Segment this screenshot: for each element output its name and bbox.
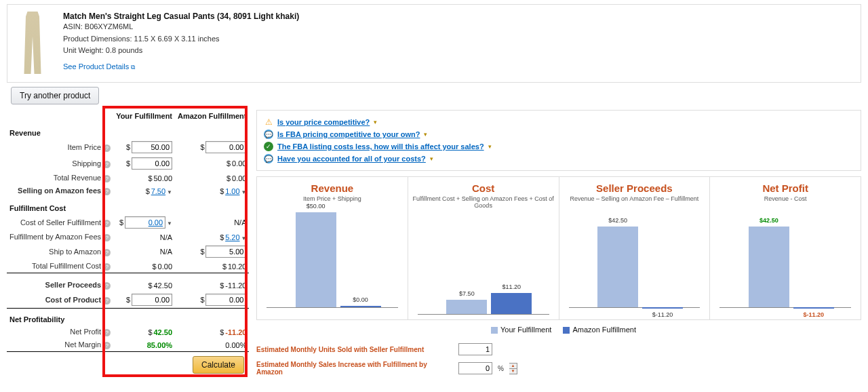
tip-link[interactable]: The FBA listing costs less, how will thi… — [277, 142, 484, 151]
help-icon[interactable]: ? — [103, 329, 111, 336]
step-down-icon[interactable]: ▼ — [509, 369, 517, 374]
bar-value: $50.00 — [296, 203, 336, 210]
help-icon[interactable]: ? — [103, 161, 111, 168]
col-header-amazon: Amazon Fulfillment — [175, 110, 249, 122]
chevron-down-icon[interactable]: ▾ — [430, 155, 433, 162]
bar-value: $7.50 — [446, 290, 487, 297]
est-sales-input[interactable] — [458, 362, 492, 374]
your-net-margin: 85.00% — [147, 341, 172, 349]
help-icon[interactable]: ? — [103, 175, 111, 182]
step-up-icon[interactable]: ▲ — [509, 364, 517, 369]
bar-value: $-11.20 — [642, 311, 683, 318]
label-item-price: Item Price — [68, 143, 102, 151]
chart-title: Revenue — [260, 182, 405, 194]
label-total-revenue: Total Revenue — [54, 174, 101, 182]
est-units-label: Estimated Monthly Units Sold with Seller… — [256, 346, 453, 353]
chevron-down-icon[interactable]: ▾ — [488, 143, 492, 150]
label-net-margin: Net Margin — [64, 340, 101, 349]
help-icon[interactable]: ? — [103, 234, 111, 241]
help-icon[interactable]: ? — [103, 220, 111, 227]
tip-link[interactable]: Is your price competitive? — [277, 118, 370, 126]
checkmark-icon — [264, 142, 273, 151]
bar-value: $11.20 — [491, 283, 532, 290]
chart-legend: Your Fulfillment Amazon Fulfillment — [256, 320, 861, 340]
amz-selling-fees-link[interactable]: 1.00 — [225, 187, 239, 195]
help-icon[interactable]: ? — [103, 144, 111, 152]
chevron-down-icon[interactable]: ▾ — [424, 131, 427, 138]
tip-link[interactable]: Have you accounted for all of your costs… — [277, 155, 426, 163]
help-icon[interactable]: ? — [103, 282, 111, 290]
help-icon[interactable]: ? — [103, 297, 111, 305]
bar-value: $0.00 — [340, 296, 381, 303]
label-shipping: Shipping — [72, 159, 101, 168]
your-fba-fees-value: N/A — [160, 233, 172, 241]
try-another-product-button[interactable]: Try another product — [11, 87, 99, 104]
help-icon[interactable]: ? — [103, 263, 111, 271]
label-fba-fees: Fulfillment by Amazon Fees — [9, 233, 101, 241]
help-icon[interactable]: ? — [103, 188, 111, 195]
your-seller-fulfill-input[interactable] — [125, 216, 165, 229]
chevron-down-icon[interactable]: ▼ — [241, 235, 247, 241]
warning-icon — [264, 117, 273, 127]
asin-label: ASIN: — [63, 22, 83, 31]
product-info: Match Men's Straight Leg Casual Pants (3… — [63, 12, 299, 74]
legend-your: Your Fulfillment — [500, 326, 551, 334]
amz-cost-product-input[interactable] — [205, 294, 246, 306]
bar-value: $42.50 — [597, 217, 638, 224]
amz-fba-fees-link[interactable]: 5.20 — [225, 233, 239, 241]
your-net-profit: 42.50 — [154, 328, 173, 336]
product-title: Match Men's Straight Leg Casual Pants (3… — [63, 12, 299, 21]
calculator-panel: Your Fulfillment Amazon Fulfillment Reve… — [7, 110, 248, 378]
est-units-input[interactable] — [458, 343, 492, 355]
external-link-icon: ⧉ — [131, 64, 135, 71]
your-item-price-input[interactable] — [132, 141, 172, 153]
chevron-down-icon[interactable]: ▾ — [374, 119, 377, 125]
chart-subtitle: Fulfillment Cost + Selling on Amazon Fee… — [411, 195, 556, 209]
section-revenue: Revenue — [7, 122, 249, 139]
weight-label: Unit Weight: — [63, 46, 104, 54]
label-selling-fees: Selling on Amazon fees — [18, 187, 101, 195]
chat-icon — [264, 130, 273, 139]
bar-value: $42.50 — [749, 217, 789, 224]
amz-net-margin: 0.00% — [225, 341, 246, 349]
chart-title: Net Profit — [713, 182, 858, 194]
dimensions-label: Product Dimensions: — [63, 35, 132, 43]
help-icon[interactable]: ? — [103, 249, 111, 256]
est-sales-label: Estimated Monthly Sales Increase with Fu… — [256, 361, 453, 376]
bar-value: $-11.20 — [793, 311, 834, 318]
product-card: Match Men's Straight Leg Casual Pants (3… — [7, 4, 861, 83]
your-selling-fees-link[interactable]: 7.50 — [151, 187, 165, 195]
amz-total-revenue: 0.00 — [232, 174, 246, 182]
stepper[interactable]: ▲▼ — [509, 363, 517, 374]
chart-revenue: Revenue Item Price + Shipping $50.00 $0.… — [257, 177, 408, 319]
chevron-down-icon[interactable]: ▼ — [241, 189, 247, 195]
weight-value: 0.8 pounds — [106, 46, 142, 54]
chart-subtitle: Revenue - Cost — [713, 195, 858, 202]
your-proceeds: 42.50 — [154, 281, 173, 290]
amz-item-price-input[interactable] — [205, 141, 246, 153]
amz-proceeds: -11.20 — [225, 281, 246, 290]
your-cost-product-input[interactable] — [132, 294, 172, 306]
asin-value: B06XYZM6ML — [85, 22, 134, 31]
label-net-profit: Net Profit — [70, 328, 101, 336]
amz-seller-fulfill-value: N/A — [234, 218, 246, 227]
your-shipping-input[interactable] — [132, 157, 172, 170]
see-product-details-link[interactable]: See Product Details — [63, 62, 129, 71]
tip-link[interactable]: Is FBA pricing competitive to your own? — [277, 130, 420, 138]
chevron-down-icon[interactable]: ▼ — [167, 189, 172, 195]
chart-subtitle: Revenue – Selling on Amazon Fee – Fulfil… — [562, 195, 707, 202]
label-proceeds: Seller Proceeds — [45, 281, 102, 289]
chat-icon — [264, 154, 273, 163]
help-icon[interactable]: ? — [103, 342, 111, 349]
chart-proceeds: Seller Proceeds Revenue – Selling on Ama… — [559, 177, 711, 319]
section-fulfillment: Fulfillment Cost — [7, 197, 249, 214]
your-total-fulfill: 0.00 — [158, 262, 172, 271]
legend-amazon: Amazon Fulfillment — [572, 326, 636, 334]
col-header-your: Your Fulfillment — [113, 110, 175, 122]
amz-shipping-value: 0.00 — [232, 159, 246, 168]
label-cost-product: Cost of Product — [45, 296, 102, 304]
charts-container: Revenue Item Price + Shipping $50.00 $0.… — [256, 176, 861, 320]
amz-ship-to-input[interactable] — [205, 246, 246, 258]
calculate-button[interactable]: Calculate — [193, 356, 244, 374]
chevron-down-icon[interactable]: ▼ — [167, 220, 172, 227]
